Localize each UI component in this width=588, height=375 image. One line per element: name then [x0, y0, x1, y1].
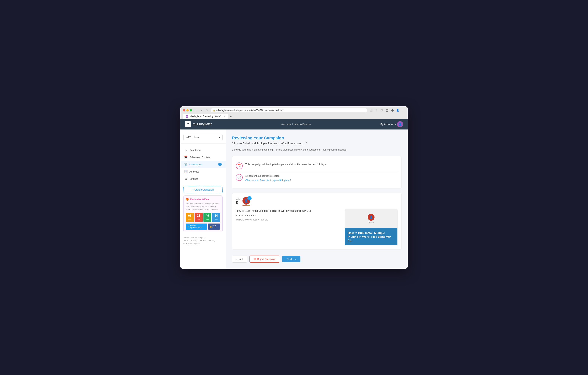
forward-arrow[interactable]: › [199, 108, 203, 112]
gdpr-link[interactable]: GDPR [200, 239, 206, 242]
maximize-button[interactable] [190, 109, 192, 111]
account-menu[interactable]: My Account ▾ 👤 [380, 121, 403, 127]
copyright-text: © 2020 Missinglettr [183, 243, 223, 245]
countdown-mins-label: mins [206, 219, 209, 221]
partner-program-link[interactable]: Join Our Partner Program [183, 237, 205, 239]
offers-title-text: Exclusive Offers [190, 198, 209, 201]
sidebar-item-analytics[interactable]: 📊 Analytics [180, 168, 226, 175]
next-button[interactable]: Next > › [282, 256, 300, 262]
trash-icon: 🗑 [253, 258, 256, 261]
new-tab-button[interactable]: + [229, 114, 233, 119]
suggestions-text: 14 content suggestions created. [245, 174, 280, 177]
logo-icon: ❝ [185, 121, 191, 127]
countdown-mins: 49 mins [203, 213, 211, 222]
menu-icon[interactable]: ⋮ [401, 108, 405, 112]
logo-text: missinglettr [192, 122, 212, 126]
plus-icon[interactable]: ➕ [390, 108, 394, 112]
thumbs-up-icon: 👍 [210, 226, 212, 228]
post-hashtags: #WPCLI #WordPress #Tutorials [236, 218, 341, 221]
day-number: 0 [236, 200, 240, 205]
nav-label-scheduled: Scheduled Content [189, 156, 210, 159]
browser-chrome: ‹ › ↻ 🔒 missinglettr.com/site/wpexplorer… [180, 106, 408, 119]
calendar-icon: 📅 [236, 163, 243, 169]
avatar-underline [242, 205, 250, 206]
calendar-icon: 📅 [184, 155, 188, 159]
extension-icon[interactable]: 🔲 [385, 108, 389, 112]
day-post-content: How to Bulk-Install Multiple Plugins in … [236, 209, 341, 245]
countdown-days-label: days [188, 219, 191, 221]
sidebar-item-scheduled-content[interactable]: 📅 Scheduled Content [180, 154, 226, 161]
address-bar[interactable]: 🔒 missinglettr.com/site/wpexplorer/artic… [211, 108, 367, 112]
lock-icon: 🔒 [213, 109, 215, 111]
partner-program-label: Join Our Partner Program [183, 237, 205, 239]
sidebar: WPExplorer ▾ ⌂ Dashboard 📅 Scheduled Con… [180, 130, 226, 269]
sidebar-item-campaigns[interactable]: 📡 Campaigns 1 [180, 161, 226, 168]
browser-window: ‹ › ↻ 🔒 missinglettr.com/site/wpexplorer… [180, 106, 408, 269]
gift-icon: 🎁 [186, 198, 189, 201]
footer-links: Terms | Privacy | GDPR | Security [183, 239, 223, 242]
privacy-link[interactable]: Privacy [191, 239, 198, 242]
chevron-down-icon: ▾ [395, 123, 396, 126]
home-icon: ⌂ [184, 148, 188, 152]
star-icon[interactable]: ☆ [374, 108, 378, 112]
security-link[interactable]: Security [209, 239, 215, 242]
header-notification: You have 1 new notification [281, 123, 311, 126]
chevron-left-icon: ‹ [236, 258, 237, 261]
twitter-follow-label: Follow @missinglettr [190, 224, 206, 229]
day-label: DAY [236, 198, 240, 200]
app-header: ❝ missinglettr You have 1 new notificati… [180, 119, 408, 130]
campaign-info-text-1: 14 content suggestions created. Choose y… [245, 174, 291, 182]
avatar: 👤 [397, 121, 403, 127]
nav-label-analytics: Analytics [189, 170, 199, 173]
post-preview-card: 👤 Source How to Bulk-Install Multiple Pl… [345, 209, 398, 245]
sidebar-footer: Join Our Partner Program Terms | Privacy… [180, 234, 226, 247]
active-tab[interactable]: M Missinglettr - Reviewing Your C... ✕ [183, 114, 228, 119]
countdown-hours-label: hours [197, 219, 200, 221]
back-label: Back [238, 258, 243, 261]
choose-favourite-link[interactable]: Choose your favourite to speed things up… [245, 178, 291, 182]
back-arrow[interactable]: ‹ [194, 108, 198, 112]
screen-icon[interactable]: ⬜ [369, 108, 373, 112]
reject-campaign-button[interactable]: 🗑 Reject Campaign [250, 255, 280, 263]
close-button[interactable] [183, 109, 185, 111]
preview-placeholder: 👤 Source [345, 209, 398, 228]
clock-icon: 🕐 [236, 174, 243, 181]
twitter-badge: 🐦 [247, 196, 252, 200]
create-campaign-button[interactable]: + Create Campaign [183, 186, 223, 193]
shield-icon[interactable]: 🛡 [380, 108, 384, 112]
reload-button[interactable]: ↻ [205, 108, 209, 112]
account-label: My Account [380, 123, 393, 126]
tab-close-icon[interactable]: ✕ [224, 115, 225, 118]
tab-title: Missinglettr - Reviewing Your C... [189, 115, 223, 118]
back-button[interactable]: ‹ Back [232, 255, 247, 263]
preview-blue-card: How to Bulk-Install Multiple Plugins in … [345, 228, 398, 245]
sidebar-item-dashboard[interactable]: ⌂ Dashboard [180, 146, 226, 154]
sidebar-nav: ⌂ Dashboard 📅 Scheduled Content 📡 Campai… [180, 145, 226, 184]
app-body: WPExplorer ▾ ⌂ Dashboard 📅 Scheduled Con… [180, 130, 408, 269]
main-content: Reviewing Your Campaign "How to Bulk-Ins… [226, 130, 408, 269]
countdown-hours: 23 hours [195, 213, 202, 222]
countdown-hours-num: 23 [195, 214, 202, 218]
campaign-info-text-0: This campaign will be drip fed to your s… [245, 163, 326, 166]
social-buttons: 🐦 Follow @missinglettr 👍 Like 874 [186, 223, 220, 230]
browser-tabs: M Missinglettr - Reviewing Your C... ✕ + [183, 114, 405, 119]
settings-icon: ⚙ [184, 177, 188, 180]
action-buttons: ‹ Back 🗑 Reject Campaign Next > › [232, 254, 402, 263]
minimize-button[interactable] [186, 109, 189, 111]
preview-card-title: How to Bulk-Install Multiple Plugins in … [348, 231, 394, 242]
url-text: missinglettr.com/site/wpexplorer/article… [216, 109, 284, 112]
campaigns-icon: 📡 [184, 163, 188, 166]
terms-link[interactable]: Terms [183, 239, 189, 242]
sidebar-item-settings[interactable]: ⚙ Settings [180, 175, 226, 182]
facebook-like-button[interactable]: 👍 Like 874 [208, 223, 220, 230]
nav-label-campaigns: Campaigns [189, 163, 202, 166]
app-logo: ❝ missinglettr [185, 121, 212, 127]
profile-icon[interactable]: 👤 [396, 108, 400, 112]
next-label: Next > [287, 258, 294, 261]
workspace-chevron-icon: ▾ [219, 136, 220, 139]
reject-label: Reject Campaign [257, 258, 276, 261]
workspace-selector[interactable]: WPExplorer ▾ [183, 134, 223, 140]
twitter-follow-button[interactable]: 🐦 Follow @missinglettr [186, 223, 207, 230]
countdown-secs: 14 secs [212, 213, 220, 222]
campaign-info-row-0: 📅 This campaign will be drip fed to your… [236, 160, 398, 172]
